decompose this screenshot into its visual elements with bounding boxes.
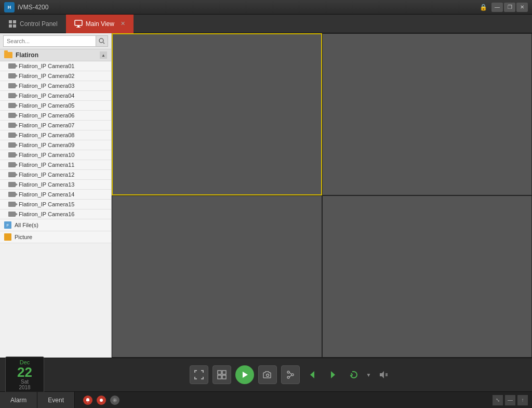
camera-dot-icon [8, 63, 16, 69]
app-logo: H [4, 2, 15, 12]
camera-label: Flatiron_IP Camera12 [19, 172, 74, 178]
bottom-toolbar: Dec 22 Sat 2018 [0, 358, 532, 391]
sidebar-item-picture[interactable]: Picture [0, 231, 111, 243]
collapse-icon[interactable]: ▲ [100, 51, 107, 59]
camera-item-1[interactable]: Flatiron_IP Camera01 [0, 61, 111, 71]
camera-item-16[interactable]: Flatiron_IP Camera16 [0, 209, 111, 219]
camera-label: Flatiron_IP Camera07 [19, 122, 74, 128]
minimize-button[interactable]: — [491, 3, 503, 12]
arrow-right-icon [328, 370, 338, 380]
arrow-left-icon [307, 370, 317, 380]
alarm-status-icon[interactable] [83, 396, 92, 405]
svg-rect-4 [75, 20, 82, 25]
title-bar: H iVMS-4200 🔒 — ❐ ✕ [0, 0, 532, 15]
main-view-label: Main View [86, 20, 114, 28]
camera-dot-icon [8, 162, 16, 167]
alarm-label: Alarm [10, 397, 26, 404]
clip-button[interactable] [281, 365, 300, 384]
svg-rect-5 [77, 25, 79, 27]
status-min-button[interactable]: — [505, 395, 515, 405]
search-input[interactable] [3, 35, 96, 47]
camera-label: Flatiron_IP Camera11 [19, 162, 74, 168]
svg-rect-3 [13, 24, 16, 28]
camera-item-4[interactable]: Flatiron_IP Camera04 [0, 91, 111, 101]
status-icons [75, 396, 128, 405]
camera-dot-icon [8, 192, 16, 197]
camera-label: Flatiron_IP Camera09 [19, 142, 74, 148]
camera-label: Flatiron_IP Camera02 [19, 73, 74, 79]
camera-item-9[interactable]: Flatiron_IP Camera09 [0, 140, 111, 150]
title-bar-left: H iVMS-4200 [4, 2, 48, 12]
search-icon [99, 38, 105, 44]
video-cell-1[interactable] [112, 33, 322, 195]
sidebar-item-all-files[interactable]: FAll File(s) [0, 219, 111, 231]
svg-marker-22 [380, 371, 384, 378]
video-cell-3[interactable] [112, 195, 322, 358]
svg-point-16 [287, 376, 289, 378]
camera-item-2[interactable]: Flatiron_IP Camera02 [0, 71, 111, 81]
group-header-flatiron[interactable]: Flatiron ▲ [0, 49, 111, 61]
svg-rect-9 [218, 371, 221, 374]
camera-item-12[interactable]: Flatiron_IP Camera12 [0, 170, 111, 180]
svg-line-18 [289, 373, 291, 375]
svg-rect-10 [222, 371, 226, 374]
svg-marker-20 [310, 371, 314, 378]
camera-dot-icon [8, 73, 16, 78]
restore-button[interactable]: ❐ [504, 3, 515, 12]
status-max-button[interactable]: ↑ [517, 395, 528, 405]
alarm-tab[interactable]: Alarm [0, 392, 37, 409]
camera-item-3[interactable]: Flatiron_IP Camera03 [0, 81, 111, 91]
camera-dot-icon [8, 113, 16, 118]
group-name: Flatiron [16, 51, 38, 59]
camera-item-5[interactable]: Flatiron_IP Camera05 [0, 101, 111, 111]
play-button[interactable] [235, 365, 254, 384]
close-button[interactable]: ✕ [516, 3, 528, 12]
search-button[interactable] [96, 35, 108, 47]
video-cell-4[interactable] [322, 195, 533, 358]
camera-list: Flatiron ▲ Flatiron_IP Camera01Flatiron_… [0, 49, 111, 358]
camera-label: Flatiron_IP Camera01 [19, 63, 74, 69]
status-resize-button[interactable]: ⤡ [493, 395, 503, 405]
camera-item-6[interactable]: Flatiron_IP Camera06 [0, 111, 111, 121]
screenshot-button[interactable] [258, 365, 277, 384]
toolbar-center: ▼ [55, 365, 527, 384]
camera-icon [263, 370, 272, 379]
camera-item-14[interactable]: Flatiron_IP Camera14 [0, 190, 111, 200]
event-tab[interactable]: Event [37, 392, 75, 409]
camera-label: Flatiron_IP Camera04 [19, 93, 74, 99]
camera-item-8[interactable]: Flatiron_IP Camera08 [0, 130, 111, 140]
volume-button[interactable] [375, 366, 392, 383]
camera-item-15[interactable]: Flatiron_IP Camera15 [0, 200, 111, 209]
play-icon [241, 371, 248, 378]
folder-icon [4, 52, 12, 58]
svg-point-27 [114, 399, 116, 401]
next-button[interactable] [325, 366, 341, 383]
camera-item-10[interactable]: Flatiron_IP Camera10 [0, 150, 111, 160]
svg-rect-12 [222, 375, 226, 379]
camera-dot-icon [8, 152, 16, 157]
tab-main-view[interactable]: Main View ✕ [66, 15, 134, 33]
prev-button[interactable] [304, 366, 321, 383]
file-label: All File(s) [15, 222, 38, 228]
app-title: iVMS-4200 [18, 4, 48, 11]
fullscreen-button[interactable] [190, 365, 208, 384]
camera-item-13[interactable]: Flatiron_IP Camera13 [0, 180, 111, 190]
tab-control-panel[interactable]: Control Panel [0, 15, 66, 33]
camera-item-11[interactable]: Flatiron_IP Camera11 [0, 160, 111, 170]
settings-status-icon[interactable] [110, 396, 119, 405]
picture-label: Picture [15, 234, 32, 240]
video-cell-2[interactable] [322, 33, 533, 195]
layout-button[interactable] [212, 365, 231, 384]
svg-point-7 [99, 38, 103, 43]
main-area: Flatiron ▲ Flatiron_IP Camera01Flatiron_… [0, 33, 532, 358]
title-bar-controls: 🔒 — ❐ ✕ [480, 3, 528, 12]
refresh-dropdown-arrow[interactable]: ▼ [366, 372, 371, 378]
tab-bar: Control Panel Main View ✕ [0, 15, 532, 33]
refresh-button[interactable] [345, 366, 362, 383]
sidebar: Flatiron ▲ Flatiron_IP Camera01Flatiron_… [0, 33, 112, 358]
record-status-icon[interactable] [97, 396, 106, 405]
camera-dot-icon [8, 133, 16, 138]
camera-item-7[interactable]: Flatiron_IP Camera07 [0, 121, 111, 130]
close-tab-icon[interactable]: ✕ [121, 20, 125, 27]
search-bar [0, 33, 111, 49]
